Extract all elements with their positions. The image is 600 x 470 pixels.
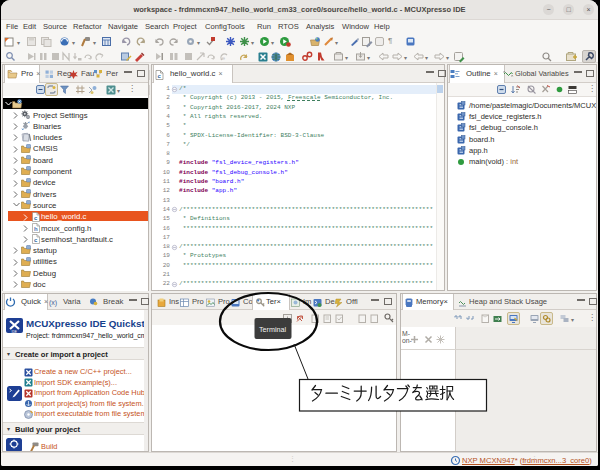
svg-text:Terminal: Terminal — [259, 325, 287, 334]
